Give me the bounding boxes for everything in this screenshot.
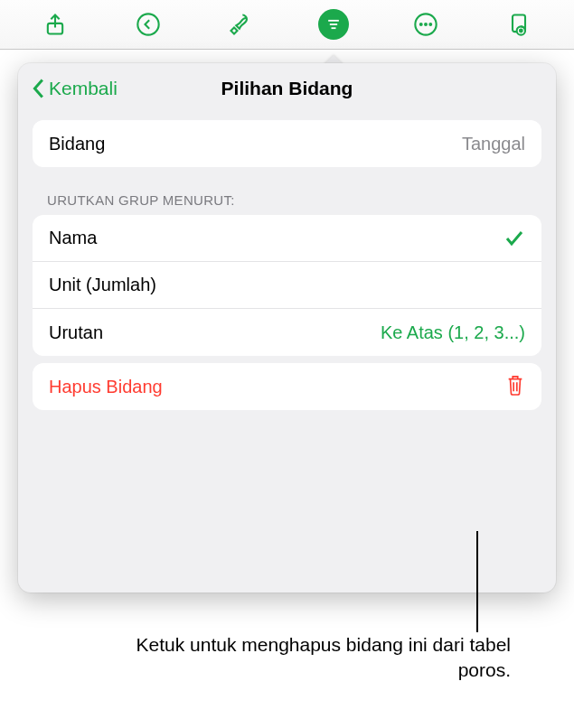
field-row[interactable]: Bidang Tanggal <box>33 120 541 167</box>
delete-group: Hapus Bidang <box>33 363 541 410</box>
svg-point-6 <box>420 23 422 25</box>
preview-icon[interactable] <box>499 5 539 44</box>
sort-option-label: Unit (Jumlah) <box>49 275 156 295</box>
undo-icon[interactable] <box>128 5 168 44</box>
delete-field-button[interactable]: Hapus Bidang <box>33 363 541 410</box>
toolbar <box>0 0 574 50</box>
field-value: Tanggal <box>462 134 525 154</box>
sort-option-unit[interactable]: Unit (Jumlah) <box>33 262 541 309</box>
back-button[interactable]: Kembali <box>31 78 118 99</box>
trash-icon <box>505 373 525 401</box>
svg-point-7 <box>425 23 427 25</box>
popover-title: Pilihan Bidang <box>221 78 353 99</box>
back-label: Kembali <box>49 78 118 99</box>
callout-text: Ketuk untuk menghapus bidang ini dari ta… <box>127 632 511 684</box>
sort-option-label: Nama <box>49 228 97 248</box>
sort-group: Nama Unit (Jumlah) Urutan Ke Atas (1, 2,… <box>33 215 541 356</box>
share-icon[interactable] <box>35 5 75 44</box>
more-icon[interactable] <box>406 5 446 44</box>
callout-leader-line <box>476 531 478 632</box>
svg-point-8 <box>430 23 432 25</box>
sort-option-nama[interactable]: Nama <box>33 215 541 262</box>
order-value: Ke Atas (1, 2, 3...) <box>381 322 525 343</box>
svg-point-1 <box>137 14 158 34</box>
format-brush-icon[interactable] <box>221 5 260 44</box>
delete-label: Hapus Bidang <box>49 377 163 397</box>
field-group: Bidang Tanggal <box>33 120 541 167</box>
order-row[interactable]: Urutan Ke Atas (1, 2, 3...) <box>33 309 541 356</box>
filter-button-wrap <box>314 5 353 44</box>
svg-point-11 <box>520 30 522 33</box>
checkmark-icon <box>503 228 525 249</box>
popover-header: Kembali Pilihan Bidang <box>18 63 556 113</box>
order-label: Urutan <box>49 322 103 343</box>
sort-section-header: URUTKAN GRUP MENURUT: <box>47 192 527 208</box>
field-options-popover: Kembali Pilihan Bidang Bidang Tanggal UR… <box>18 63 556 593</box>
filter-icon[interactable] <box>318 9 349 40</box>
field-label: Bidang <box>49 134 105 154</box>
